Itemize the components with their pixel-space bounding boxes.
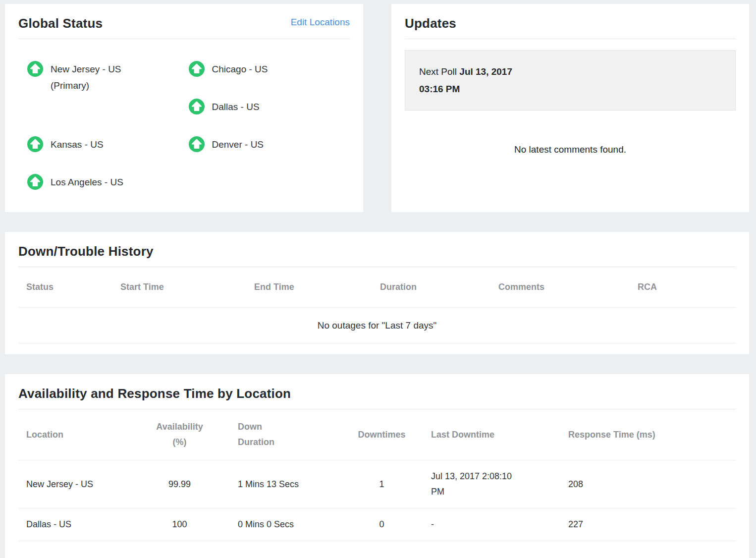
cell-last-downtime: - — [423, 508, 560, 541]
column-header-last-downtime: Last Downtime — [423, 409, 560, 460]
column-header-duration: Duration — [372, 267, 490, 308]
location-status-item: Los Angeles - US — [27, 174, 189, 212]
status-up-icon — [189, 99, 205, 114]
location-name: New Jersey - US — [51, 61, 121, 77]
global-status-panel: Global Status Edit Locations New Jersey … — [5, 4, 363, 212]
location-status-grid: New Jersey - US (Primary) Chicago - US D… — [27, 61, 350, 212]
global-status-header: Global Status Edit Locations — [5, 4, 363, 39]
cell-availability: 99.99 — [126, 460, 230, 508]
status-up-icon — [27, 174, 43, 190]
availability-panel: Availability and Response Time by Locati… — [5, 374, 749, 558]
cell-location: New Jersey - US — [18, 460, 126, 508]
history-header-row: Status Start Time End Time Duration Comm… — [18, 267, 736, 308]
availability-header: Availability and Response Time by Locati… — [5, 374, 749, 409]
cell-last-downtime: Jul 13, 2017 2:08:10 PM — [423, 460, 560, 508]
cell-response-time: 208 — [560, 460, 736, 508]
location-status-item: New Jersey - US (Primary) — [27, 61, 189, 99]
history-empty-row: No outages for "Last 7 days" — [18, 308, 736, 343]
availability-row: New Jersey - US 99.99 1 Mins 13 Secs 1 J… — [18, 460, 736, 508]
location-name: Kansas - US — [51, 136, 104, 153]
column-header-end-time: End Time — [246, 267, 372, 308]
location-name: Chicago - US — [212, 61, 268, 77]
availability-table: Location Availability (%) Down Duration … — [18, 409, 736, 541]
next-poll-date: Jul 13, 2017 — [459, 66, 512, 77]
cell-location: Dallas - US — [18, 508, 126, 541]
updates-panel: Updates Next Poll Jul 13, 2017 03:16 PM … — [391, 4, 749, 212]
next-poll-label: Next Poll — [419, 66, 457, 77]
cell-down-duration: 1 Mins 13 Secs — [230, 460, 337, 508]
next-poll-box: Next Poll Jul 13, 2017 03:16 PM — [405, 50, 736, 111]
header-divider — [18, 39, 350, 39]
cell-down-duration: 0 Mins 0 Secs — [230, 508, 337, 541]
location-status-item: Chicago - US — [189, 61, 350, 99]
availability-header-row: Location Availability (%) Down Duration … — [18, 409, 736, 460]
history-header: Down/Trouble History — [5, 232, 749, 267]
cell-availability: 100 — [126, 508, 230, 541]
location-status-item: Kansas - US — [27, 136, 189, 174]
status-up-icon — [189, 61, 205, 77]
column-header-start-time: Start Time — [112, 267, 246, 308]
location-name: Dallas - US — [212, 99, 260, 115]
updates-header: Updates — [391, 4, 749, 39]
next-poll-time: 03:16 PM — [419, 84, 460, 94]
cell-response-time: 227 — [560, 508, 736, 541]
location-status-item: Dallas - US — [189, 99, 350, 136]
status-up-icon — [189, 136, 205, 152]
history-table: Status Start Time End Time Duration Comm… — [18, 267, 736, 343]
no-outages-message: No outages for "Last 7 days" — [18, 308, 736, 343]
cell-downtimes: 0 — [337, 508, 423, 541]
location-qualifier: (Primary) — [51, 77, 121, 94]
availability-row: Dallas - US 100 0 Mins 0 Secs 0 - 227 — [18, 508, 736, 541]
column-header-status: Status — [18, 267, 112, 308]
column-header-availability: Availability (%) — [126, 409, 230, 460]
status-up-icon — [27, 61, 43, 77]
column-header-rca: RCA — [630, 267, 736, 308]
column-header-location: Location — [18, 409, 126, 460]
edit-locations-link[interactable]: Edit Locations — [291, 15, 350, 30]
updates-title: Updates — [405, 15, 456, 32]
location-name: Denver - US — [212, 136, 264, 153]
down-trouble-history-panel: Down/Trouble History Status Start Time E… — [5, 232, 749, 354]
column-header-response-time: Response Time (ms) — [560, 409, 736, 460]
column-header-comments: Comments — [490, 267, 630, 308]
availability-title: Availability and Response Time by Locati… — [18, 385, 291, 402]
cell-downtimes: 1 — [337, 460, 423, 508]
global-status-title: Global Status — [18, 15, 103, 32]
header-divider — [405, 39, 736, 39]
status-up-icon — [27, 136, 43, 152]
column-header-downtimes: Downtimes — [337, 409, 423, 460]
location-status-item: Denver - US — [189, 136, 350, 174]
history-title: Down/Trouble History — [18, 243, 154, 260]
location-name: Los Angeles - US — [51, 174, 123, 190]
column-header-down-duration: Down Duration — [230, 409, 337, 460]
no-comments-message: No latest comments found. — [391, 144, 749, 155]
